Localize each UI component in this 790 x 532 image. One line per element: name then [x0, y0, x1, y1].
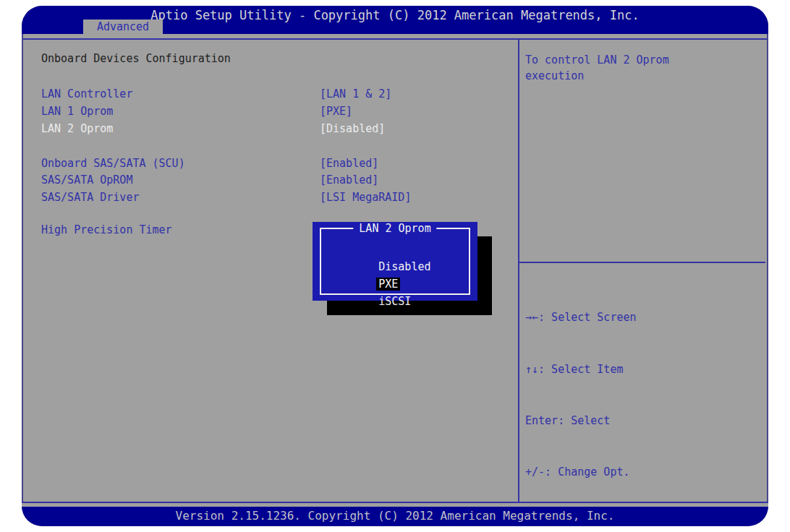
setting-row-sas-sata-oprom[interactable]: SAS/SATA OpROM [Enabled]	[22, 174, 499, 186]
header-bar: Aptio Setup Utility - Copyright (C) 2012…	[22, 6, 768, 34]
setting-row-sas-sata-driver[interactable]: SAS/SATA Driver [LSI MegaRAID]	[22, 192, 499, 204]
panel-divider	[518, 40, 519, 502]
hint-select-screen: →←: Select Screen	[525, 309, 764, 327]
popup-options: Disabled PXE iSCSI	[326, 241, 469, 293]
popup-option-disabled[interactable]: Disabled	[326, 241, 469, 258]
setting-value: [PXE]	[320, 106, 352, 118]
popup-option-label: iSCSI	[378, 295, 411, 308]
help-text: To control LAN 2 Oprom execution	[525, 52, 757, 84]
key-hints: →←: Select Screen ↑↓: Select Item Enter:…	[525, 275, 764, 526]
hint-enter-select: Enter: Select	[525, 413, 764, 430]
help-hints-separator	[519, 262, 765, 263]
setting-row-lan2-oprom[interactable]: LAN 2 Oprom [Disabled]	[22, 123, 499, 135]
content-top-border	[22, 38, 768, 40]
setting-value: [Enabled]	[320, 158, 378, 170]
setting-value: [LAN 1 & 2]	[320, 88, 391, 100]
setting-value: [Enabled]	[320, 174, 378, 186]
content-bottom-border	[22, 502, 768, 503]
setting-value: [Disabled]	[320, 123, 385, 135]
setting-row-onboard-sas-sata[interactable]: Onboard SAS/SATA (SCU) [Enabled]	[22, 158, 499, 170]
footer-bar: Version 2.15.1236. Copyright (C) 2012 Am…	[22, 507, 768, 526]
popup-title: LAN 2 Oprom	[353, 223, 436, 234]
section-title: Onboard Devices Configuration	[41, 53, 231, 65]
setting-row-lan1-oprom[interactable]: LAN 1 Oprom [PXE]	[22, 106, 499, 118]
setting-row-lan-controller[interactable]: LAN Controller [LAN 1 & 2]	[22, 88, 499, 100]
content-right-border	[767, 34, 768, 503]
setting-label: LAN 2 Oprom	[41, 123, 113, 135]
setting-label: LAN 1 Oprom	[41, 106, 113, 118]
help-text-line: execution	[525, 68, 757, 84]
setting-label: SAS/SATA OpROM	[41, 174, 132, 186]
tab-advanced[interactable]: Advanced	[83, 20, 163, 34]
setting-label: LAN Controller	[41, 88, 132, 100]
tab-advanced-label: Advanced	[97, 20, 149, 33]
popup-option-label: Disabled	[378, 260, 430, 273]
help-text-line: To control LAN 2 Oprom	[525, 52, 757, 68]
setting-value: [LSI MegaRAID]	[320, 192, 411, 204]
hint-select-item: ↑↓: Select Item	[525, 361, 764, 379]
content-left-border	[22, 34, 23, 503]
setting-label: SAS/SATA Driver	[41, 192, 139, 204]
version-text: Version 2.15.1236. Copyright (C) 2012 Am…	[22, 508, 768, 524]
setting-label: Onboard SAS/SATA (SCU)	[41, 158, 185, 170]
popup-option-label-selected: PXE	[376, 278, 400, 291]
hint-change-opt: +/-: Change Opt.	[525, 464, 764, 481]
option-popup: LAN 2 Oprom Disabled PXE iSCSI	[313, 222, 477, 301]
bios-screen: Aptio Setup Utility - Copyright (C) 2012…	[22, 6, 768, 526]
setting-label: High Precision Timer	[41, 224, 172, 236]
